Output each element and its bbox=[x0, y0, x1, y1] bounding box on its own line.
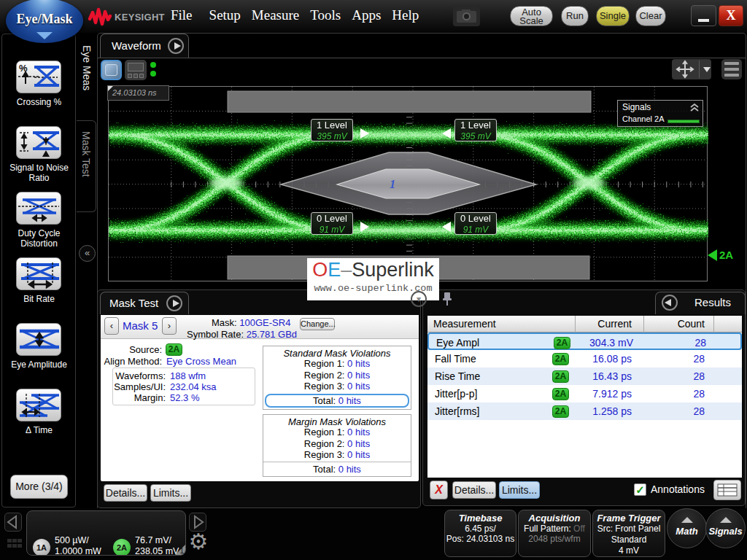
svg-text:1: 1 bbox=[390, 177, 396, 191]
svg-text:%: % bbox=[19, 63, 28, 74]
svg-text:KEYSIGHT: KEYSIGHT bbox=[115, 12, 165, 23]
